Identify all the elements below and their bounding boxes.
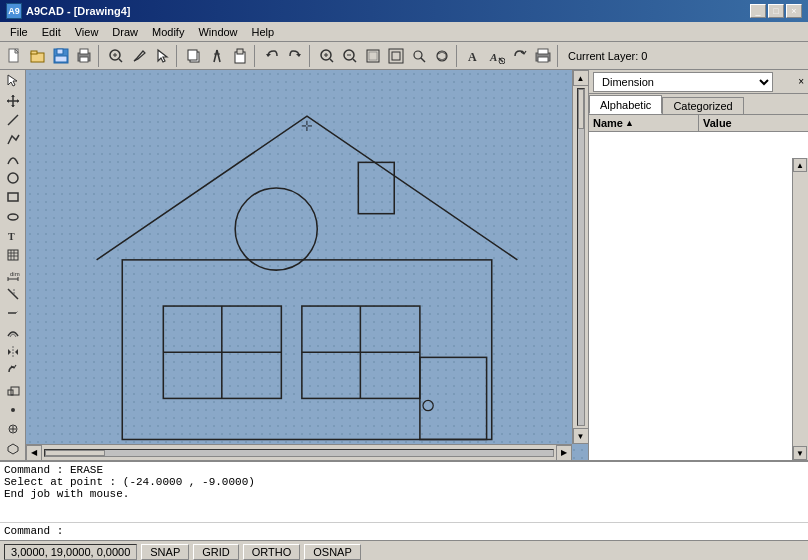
dimension-tool[interactable]: dim (2, 265, 24, 283)
polyline-tool[interactable] (2, 130, 24, 148)
menu-modify[interactable]: Modify (146, 25, 190, 39)
rectangle-tool[interactable] (2, 188, 24, 206)
svg-text:A: A (489, 51, 497, 63)
svg-marker-61 (8, 349, 11, 355)
panel-dropdown[interactable]: Dimension Line Circle Arc Text (593, 72, 773, 92)
panel-scroll-up[interactable]: ▲ (793, 158, 807, 172)
ellipse-tool[interactable] (2, 207, 24, 225)
svg-point-65 (11, 408, 15, 412)
undo-button[interactable] (261, 45, 283, 67)
toolbar: A A Current Layer: 0 (0, 42, 808, 70)
zoom-in-button[interactable] (316, 45, 338, 67)
point-tool[interactable] (2, 401, 24, 419)
svg-line-16 (217, 50, 220, 62)
col-name[interactable]: Name ▲ (589, 115, 699, 131)
toolbar-sep-3 (254, 45, 258, 67)
hatch-tool[interactable] (2, 246, 24, 264)
scroll-down-button[interactable]: ▼ (573, 428, 589, 444)
osnap-button[interactable]: OSNAP (304, 544, 361, 560)
svg-rect-79 (420, 357, 487, 439)
panel-scroll-down[interactable]: ▼ (793, 446, 807, 460)
select-arrow-button[interactable] (151, 45, 173, 67)
h-scroll-track[interactable] (44, 449, 554, 457)
menu-file[interactable]: File (4, 25, 34, 39)
svg-point-44 (8, 173, 18, 183)
v-scrollbar[interactable]: ▲ ▼ (572, 70, 588, 444)
svg-rect-28 (369, 52, 377, 60)
zoom-fit-button[interactable] (362, 45, 384, 67)
svg-marker-69 (8, 444, 18, 454)
v-scroll-thumb[interactable] (578, 89, 584, 129)
print-button[interactable] (73, 45, 95, 67)
svg-marker-62 (15, 349, 18, 355)
v-scroll-track[interactable] (577, 88, 585, 426)
panel-close-button[interactable]: × (798, 76, 804, 87)
rotate-button[interactable] (509, 45, 531, 67)
maximize-button[interactable]: □ (768, 4, 784, 18)
menu-help[interactable]: Help (246, 25, 281, 39)
canvas-area[interactable]: ✛ (26, 70, 588, 460)
minimize-button[interactable]: _ (750, 4, 766, 18)
line-tool[interactable] (2, 111, 24, 129)
print3-button[interactable] (532, 45, 554, 67)
new-button[interactable] (4, 45, 26, 67)
svg-rect-45 (8, 193, 18, 201)
text-tool[interactable]: T (2, 227, 24, 245)
mirror-tool[interactable] (2, 343, 24, 361)
save-button[interactable] (50, 45, 72, 67)
svg-rect-39 (538, 49, 548, 54)
menu-view[interactable]: View (69, 25, 105, 39)
h-scroll-thumb[interactable] (45, 450, 105, 456)
main-area: T dim (0, 70, 808, 460)
scroll-up-button[interactable]: ▲ (573, 70, 589, 86)
toolbar-sep-5 (456, 45, 460, 67)
close-button[interactable]: × (786, 4, 802, 18)
text-a-button[interactable]: A (463, 45, 485, 67)
arc-tool[interactable] (2, 149, 24, 167)
zoom-all-button[interactable] (385, 45, 407, 67)
insert-tool[interactable] (2, 420, 24, 438)
circle-tool[interactable] (2, 169, 24, 187)
copy-button[interactable] (183, 45, 205, 67)
menu-window[interactable]: Window (192, 25, 243, 39)
cut-button[interactable] (206, 45, 228, 67)
tab-categorized[interactable]: Categorized (662, 97, 743, 114)
zoom-in2-button[interactable] (408, 45, 430, 67)
svg-rect-29 (389, 49, 403, 63)
offset-tool[interactable] (2, 323, 24, 341)
font-button[interactable]: A (486, 45, 508, 67)
redo-button[interactable] (284, 45, 306, 67)
h-scrollbar[interactable]: ◀ ▶ (26, 444, 572, 460)
extend-tool[interactable] (2, 304, 24, 322)
command-input[interactable] (70, 525, 804, 537)
snap-button[interactable]: SNAP (141, 544, 189, 560)
rotate2-tool[interactable] (2, 362, 24, 380)
scroll-right-button[interactable]: ▶ (556, 445, 572, 461)
pen-button[interactable] (128, 45, 150, 67)
zoom-out2-button[interactable] (431, 45, 453, 67)
move-tool[interactable] (2, 91, 24, 109)
menu-draw[interactable]: Draw (106, 25, 144, 39)
menu-edit[interactable]: Edit (36, 25, 67, 39)
scroll-left-button[interactable]: ◀ (26, 445, 42, 461)
select-tool[interactable] (2, 72, 24, 90)
left-toolbar: T dim (0, 70, 26, 460)
ortho-button[interactable]: ORTHO (243, 544, 301, 560)
zoom-out-button[interactable] (339, 45, 361, 67)
grid-button[interactable]: GRID (193, 544, 239, 560)
block-tool[interactable] (2, 440, 24, 458)
svg-rect-30 (392, 52, 400, 60)
current-layer-label: Current Layer: 0 (568, 50, 647, 62)
tab-alphabetic[interactable]: Alphabetic (589, 95, 662, 114)
sort-icon[interactable]: ▲ (625, 118, 634, 128)
scale-tool[interactable] (2, 382, 24, 400)
panel-vscroll[interactable]: ▲ ▼ (792, 158, 808, 460)
open-button[interactable] (27, 45, 49, 67)
toolbar-sep-6 (557, 45, 561, 67)
svg-line-25 (353, 59, 356, 62)
panel-header: Dimension Line Circle Arc Text × (589, 70, 808, 94)
canvas-drawing[interactable]: ✛ (26, 70, 588, 460)
paste-button[interactable] (229, 45, 251, 67)
zoom-window-button[interactable] (105, 45, 127, 67)
trim-tool[interactable] (2, 285, 24, 303)
